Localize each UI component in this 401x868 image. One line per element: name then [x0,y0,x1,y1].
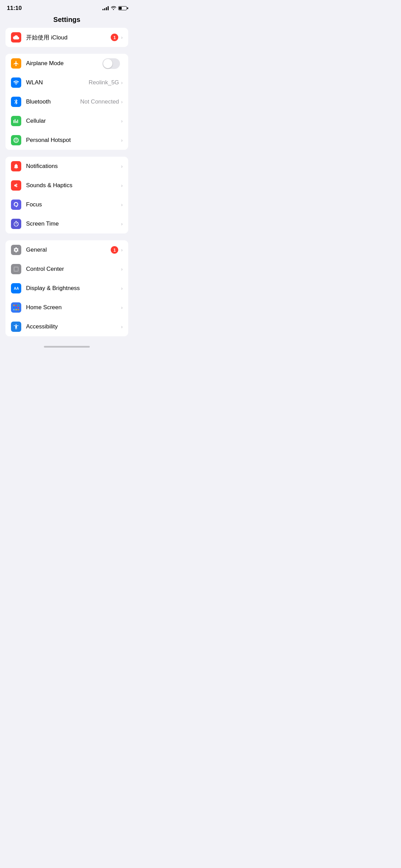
display-row[interactable]: AA Display & Brightness › [5,279,128,298]
connectivity-group: Airplane Mode WLAN Reolink_5G › Bluetoot… [5,54,128,150]
airplane-mode-icon [11,58,21,69]
general-chevron: › [121,247,123,253]
icloud-row[interactable]: 开始使用 iCloud 1 › [5,28,128,47]
hotspot-chevron: › [121,137,123,143]
cellular-icon [11,116,21,126]
signal-icon [102,6,109,10]
accessibility-label: Accessibility [26,323,121,330]
sounds-chevron: › [121,183,123,188]
cellular-label: Cellular [26,118,121,124]
svg-rect-4 [13,307,15,308]
bluetooth-row[interactable]: Bluetooth Not Connected › [5,92,128,111]
icloud-badge: 1 [111,34,118,41]
hotspot-icon [11,135,21,145]
controlcenter-row[interactable]: Control Center › [5,260,128,279]
screentime-icon [11,219,21,229]
system-group: General 1 › Control Center › AA Display … [5,240,128,336]
screentime-chevron: › [121,221,123,227]
accessibility-icon [11,322,21,332]
wlan-icon [11,77,21,88]
general-icon [11,245,21,255]
homescreen-icon [11,302,21,313]
status-time: 11:10 [7,5,22,12]
battery-icon [118,6,127,10]
svg-rect-2 [15,305,17,306]
hotspot-row[interactable]: Personal Hotspot › [5,131,128,150]
airplane-mode-label: Airplane Mode [26,60,102,67]
airplane-mode-row[interactable]: Airplane Mode [5,54,128,73]
focus-label: Focus [26,201,121,208]
svg-rect-5 [15,307,17,308]
icloud-group: 开始使用 iCloud 1 › [5,28,128,47]
status-icons [102,5,127,11]
controlcenter-chevron: › [121,266,123,272]
focus-row[interactable]: Focus › [5,195,128,214]
homescreen-chevron: › [121,305,123,310]
hotspot-label: Personal Hotspot [26,137,121,144]
svg-rect-7 [13,309,15,311]
display-icon: AA [11,283,21,293]
cellular-chevron: › [121,118,123,124]
airplane-mode-toggle[interactable] [102,58,120,69]
wlan-row[interactable]: WLAN Reolink_5G › [5,73,128,92]
accessibility-row[interactable]: Accessibility › [5,317,128,336]
display-chevron: › [121,286,123,291]
display-label: Display & Brightness [26,285,121,292]
notifications-group: Notifications › Sounds & Haptics › Focus… [5,157,128,233]
bluetooth-chevron: › [121,99,123,105]
svg-rect-6 [18,307,19,308]
wlan-value: Reolink_5G [89,79,119,86]
status-bar: 11:10 [0,0,134,13]
controlcenter-label: Control Center [26,266,121,273]
screentime-label: Screen Time [26,220,121,227]
notifications-row[interactable]: Notifications › [5,157,128,176]
screentime-row[interactable]: Screen Time › [5,214,128,233]
icloud-label: 开始使用 iCloud [26,34,111,41]
svg-rect-3 [18,305,19,306]
wlan-chevron: › [121,80,123,85]
focus-chevron: › [121,202,123,207]
sounds-row[interactable]: Sounds & Haptics › [5,176,128,195]
accessibility-chevron: › [121,324,123,329]
notifications-icon [11,161,21,171]
controlcenter-icon [11,264,21,274]
svg-rect-9 [18,309,19,311]
cellular-row[interactable]: Cellular › [5,111,128,131]
icloud-chevron: › [121,35,123,40]
focus-icon [11,200,21,210]
svg-rect-1 [13,305,15,306]
icloud-icon [11,32,21,43]
general-label: General [26,246,111,253]
homescreen-label: Home Screen [26,304,121,311]
wifi-status-icon [111,5,116,11]
bluetooth-icon [11,97,21,107]
general-badge: 1 [111,246,118,254]
homescreen-row[interactable]: Home Screen › [5,298,128,317]
bluetooth-value: Not Connected [80,98,119,105]
page-title: Settings [0,13,134,28]
svg-rect-8 [15,309,17,311]
notifications-label: Notifications [26,163,121,170]
home-indicator [0,343,134,350]
home-bar [44,346,90,348]
notifications-chevron: › [121,164,123,169]
svg-text:AA: AA [14,286,19,290]
sounds-label: Sounds & Haptics [26,182,121,189]
wlan-label: WLAN [26,79,89,86]
sounds-icon [11,180,21,191]
general-row[interactable]: General 1 › [5,240,128,260]
bluetooth-label: Bluetooth [26,98,80,105]
